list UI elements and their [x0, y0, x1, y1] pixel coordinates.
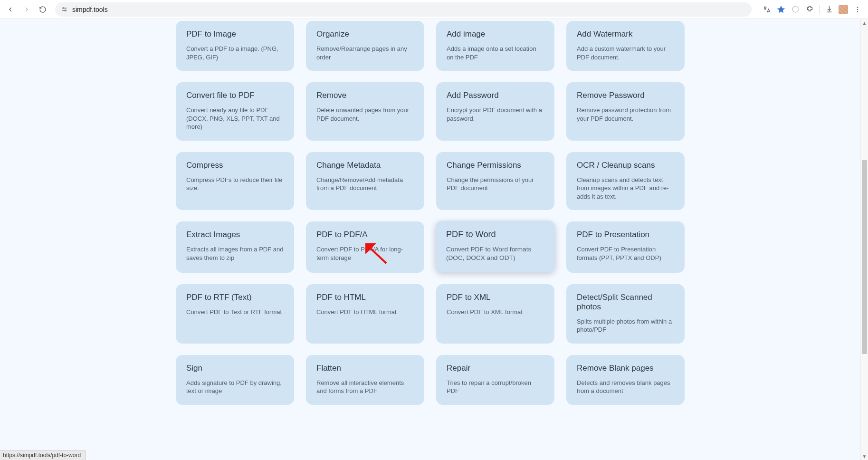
tool-card-description: Convert a PDF to a image. (PNG, JPEG, GI…: [186, 45, 284, 61]
tool-card-detect-split[interactable]: Detect/Split Scanned photosSplits multip…: [566, 284, 685, 344]
tool-card-description: Cleanup scans and detects text from imag…: [577, 176, 674, 201]
tool-card-title: Add Password: [447, 91, 544, 100]
content-scroll-area[interactable]: PDF to ImageConvert a PDF to a image. (P…: [0, 19, 860, 460]
tool-card-description: Change/Remove/Add metadata from a PDF do…: [316, 176, 414, 192]
reload-button[interactable]: [36, 3, 49, 16]
extensions-icon[interactable]: [803, 3, 816, 16]
tool-card-description: Remove/Rearrange pages in any order: [316, 45, 414, 61]
tool-card-title: PDF to Word: [446, 230, 544, 240]
tool-card-description: Convert PDF to Presentation formats (PPT…: [577, 245, 674, 262]
tool-card-pdf-to-image[interactable]: PDF to ImageConvert a PDF to a image. (P…: [176, 21, 294, 71]
tool-card-title: Change Metadata: [316, 161, 414, 170]
tool-card-title: Sign: [186, 364, 284, 373]
tool-card-description: Remove password protection from your PDF…: [577, 106, 674, 123]
downloads-icon[interactable]: [822, 3, 836, 16]
tool-card-title: OCR / Cleanup scans: [577, 161, 674, 170]
toolbar-right: [760, 3, 864, 16]
forward-button[interactable]: [20, 3, 33, 16]
tool-card-pdf-to-word[interactable]: PDF to WordConvert PDF to Word formats (…: [436, 221, 555, 273]
tool-card-title: Detect/Split Scanned photos: [577, 293, 674, 312]
scroll-down-arrow-icon[interactable]: ▼: [861, 452, 868, 460]
bookmark-star-icon[interactable]: [774, 3, 788, 16]
tool-card-title: Flatten: [316, 364, 414, 373]
status-link-text: https://simpdf.tools/pdf-to-word: [3, 452, 81, 459]
scrollbar-thumb[interactable]: [862, 160, 867, 354]
tool-card-title: Add image: [447, 29, 544, 39]
circle-status-icon[interactable]: [789, 3, 802, 16]
tool-card-title: Change Permissions: [447, 161, 544, 170]
tool-card-title: Convert file to PDF: [186, 91, 284, 100]
browser-toolbar: simpdf.tools: [0, 0, 868, 19]
tool-card-add-image[interactable]: Add imageAdds a image onto a set locatio…: [436, 21, 554, 71]
tool-card-title: Add Watermark: [577, 29, 674, 39]
tool-card-remove[interactable]: RemoveDelete unwanted pages from your PD…: [306, 82, 424, 141]
overflow-menu-icon[interactable]: [851, 3, 864, 16]
tool-card-change-metadata[interactable]: Change MetadataChange/Remove/Add metadat…: [306, 152, 424, 211]
tool-card-pdf-to-rtf[interactable]: PDF to RTF (Text)Convert PDF to Text or …: [176, 284, 294, 344]
toolbar-divider: [819, 5, 820, 14]
tool-card-sign[interactable]: SignAdds signature to PDF by drawing, te…: [176, 355, 294, 405]
svg-point-2: [63, 8, 64, 9]
tool-card-description: Remove all interactive elements and form…: [316, 379, 414, 395]
tool-card-description: Delete unwanted pages from your PDF docu…: [316, 106, 414, 123]
profile-avatar[interactable]: [837, 3, 850, 16]
tool-card-change-permissions[interactable]: Change PermissionsChange the permissions…: [436, 152, 554, 211]
tool-card-description: Convert nearly any file to PDF (DOCX, PN…: [186, 106, 284, 131]
tool-card-description: Convert PDF to Word formats (DOC, DOCX a…: [446, 245, 544, 263]
tool-card-ocr[interactable]: OCR / Cleanup scansCleanup scans and det…: [566, 152, 685, 211]
tool-card-description: Convert PDF to XML format: [447, 308, 544, 316]
translate-icon[interactable]: [760, 3, 773, 16]
tool-card-title: Remove Blank pages: [577, 364, 674, 373]
svg-point-9: [857, 11, 858, 12]
tool-card-pdf-to-xml[interactable]: PDF to XMLConvert PDF to XML format: [436, 284, 554, 344]
tool-card-title: Repair: [447, 364, 544, 373]
tool-card-title: PDF to HTML: [316, 293, 414, 302]
svg-point-8: [857, 9, 858, 10]
tool-card-description: Encrypt your PDF document with a passwor…: [447, 106, 544, 123]
vertical-scrollbar[interactable]: ▲ ▼: [860, 19, 868, 460]
tool-card-organize[interactable]: OrganizeRemove/Rearrange pages in any or…: [306, 21, 424, 71]
tool-card-title: PDF to RTF (Text): [186, 293, 284, 302]
tool-card-pdf-to-presentation[interactable]: PDF to PresentationConvert PDF to Presen…: [566, 221, 685, 272]
tool-card-title: Compress: [186, 161, 284, 170]
tool-card-description: Compress PDFs to reduce their file size.: [186, 176, 284, 192]
svg-marker-4: [778, 6, 785, 12]
tool-card-description: Convert PDF to Text or RTF format: [186, 308, 284, 316]
tool-card-remove-password[interactable]: Remove PasswordRemove password protectio…: [566, 82, 685, 141]
tool-grid: PDF to ImageConvert a PDF to a image. (P…: [169, 21, 692, 405]
page-viewport: PDF to ImageConvert a PDF to a image. (P…: [0, 19, 868, 460]
tool-card-description: Change the permissions of your PDF docum…: [447, 176, 544, 192]
tool-card-add-watermark[interactable]: Add WatermarkAdd a custom watermark to y…: [566, 21, 685, 71]
back-button[interactable]: [4, 3, 17, 16]
tool-card-description: Detects and removes blank pages from a d…: [577, 379, 674, 395]
tool-card-remove-blank[interactable]: Remove Blank pagesDetects and removes bl…: [566, 355, 685, 405]
tool-card-title: Extract Images: [186, 230, 284, 240]
tool-card-flatten[interactable]: FlattenRemove all interactive elements a…: [306, 355, 424, 405]
tool-card-title: Remove Password: [577, 91, 674, 100]
tool-card-repair[interactable]: RepairTries to repair a corrupt/broken P…: [436, 355, 554, 405]
svg-point-7: [857, 7, 858, 8]
tool-card-description: Splits multiple photos from within a pho…: [577, 317, 674, 334]
site-settings-icon[interactable]: [60, 5, 68, 14]
tool-card-description: Extracts all images from a PDF and saves…: [186, 245, 284, 262]
tool-card-description: Convert PDF to PDF/A for long-term stora…: [316, 245, 414, 262]
tool-card-extract-images[interactable]: Extract ImagesExtracts all images from a…: [176, 221, 294, 272]
tool-card-title: PDF to Presentation: [577, 230, 674, 240]
tool-card-convert-to-pdf[interactable]: Convert file to PDFConvert nearly any fi…: [176, 82, 294, 141]
tool-card-pdf-to-html[interactable]: PDF to HTMLConvert PDF to HTML format: [306, 284, 424, 344]
tool-card-description: Convert PDF to HTML format: [316, 308, 414, 316]
tool-card-title: PDF to XML: [447, 293, 544, 302]
tool-card-compress[interactable]: CompressCompress PDFs to reduce their fi…: [176, 152, 294, 211]
tool-card-add-password[interactable]: Add PasswordEncrypt your PDF document wi…: [436, 82, 554, 141]
scroll-up-arrow-icon[interactable]: ▲: [861, 19, 868, 27]
url-text: simpdf.tools: [72, 6, 108, 13]
tool-card-description: Add a custom watermark to your PDF docum…: [577, 45, 674, 61]
tool-card-title: Remove: [316, 91, 414, 100]
address-bar[interactable]: simpdf.tools: [55, 2, 752, 17]
status-bar: https://simpdf.tools/pdf-to-word: [0, 450, 86, 460]
tool-card-description: Adds a image onto a set location on the …: [447, 45, 544, 61]
svg-point-3: [65, 10, 66, 11]
tool-card-description: Tries to repair a corrupt/broken PDF: [447, 379, 544, 395]
tool-card-title: PDF to PDF/A: [316, 230, 414, 240]
tool-card-pdf-to-pdfa[interactable]: PDF to PDF/AConvert PDF to PDF/A for lon…: [306, 221, 424, 272]
